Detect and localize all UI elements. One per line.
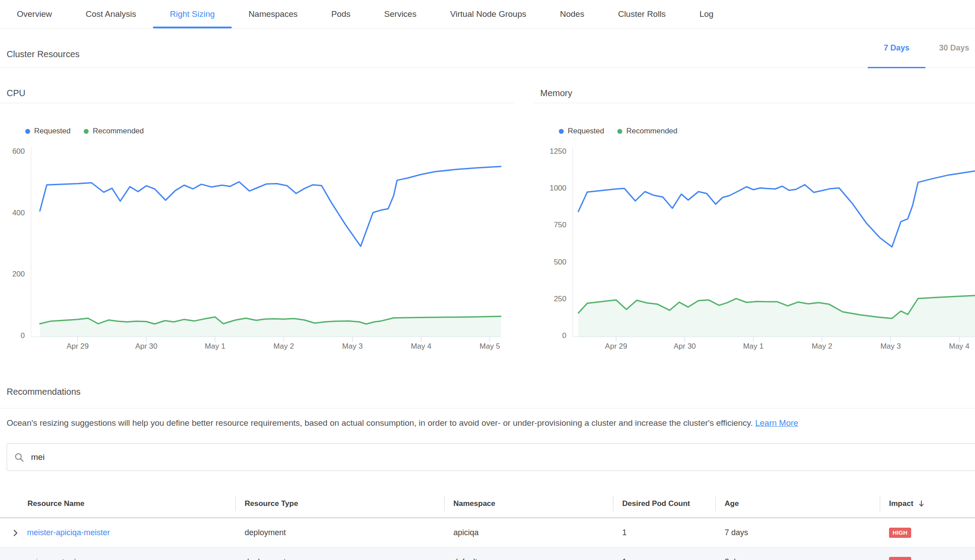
resource-search [7, 443, 975, 471]
svg-text:May 1: May 1 [205, 342, 225, 350]
recommendations-description: Ocean's resizing suggestions will help y… [0, 408, 975, 429]
column-header-impact[interactable]: Impact [880, 490, 975, 517]
svg-text:1000: 1000 [550, 184, 566, 192]
namespace-cell: apiciqa [444, 528, 613, 537]
column-label: Namespace [453, 499, 495, 508]
memory-chart-title: Memory [534, 68, 975, 103]
impact-cell: HIGH [880, 557, 975, 560]
svg-text:200: 200 [12, 270, 25, 278]
svg-text:May 4: May 4 [411, 342, 431, 350]
recommended-dot-icon [84, 129, 89, 134]
legend-recommended[interactable]: Recommended [84, 127, 144, 136]
svg-text:500: 500 [554, 258, 566, 266]
table-header-row: Resource NameResource TypeNamespaceDesir… [0, 490, 975, 518]
tab-cost-analysis[interactable]: Cost Analysis [69, 0, 153, 28]
namespace-cell: default [444, 557, 613, 560]
legend-label: Requested [34, 127, 70, 136]
resource-type-cell: deployment [235, 528, 444, 537]
desired-pod-count-cell: 1 [613, 557, 715, 560]
svg-text:400: 400 [12, 209, 25, 217]
cluster-resources-charts: CPU RequestedRecommended 0200400600Apr 2… [0, 68, 975, 353]
impact-cell: HIGH [880, 528, 975, 538]
svg-text:0: 0 [562, 331, 566, 340]
resource-type-cell: deployment [235, 557, 444, 560]
tab-pods[interactable]: Pods [315, 0, 367, 28]
cpu-chart-panel: CPU RequestedRecommended 0200400600Apr 2… [0, 68, 514, 353]
requested-dot-icon [25, 129, 30, 134]
column-header-age[interactable]: Age [715, 490, 880, 517]
resource-name-cell: meister-apiciqa-meister [0, 528, 235, 538]
period-tab-7-days[interactable]: 7 Days [868, 29, 925, 68]
legend-label: Recommended [93, 127, 144, 136]
cpu-chart: 0200400600Apr 29Apr 30May 1May 2May 3May… [0, 140, 514, 353]
resource-name-link[interactable]: meister-apiciqa-meister [27, 528, 110, 537]
age-cell: 7 days [715, 528, 880, 537]
legend-requested[interactable]: Requested [25, 127, 70, 136]
resource-name-link[interactable]: apiqa-nostradamus [27, 557, 95, 560]
svg-text:Apr 30: Apr 30 [674, 342, 696, 350]
period-toggle: 7 Days30 Days [868, 29, 975, 68]
search-icon [14, 452, 24, 463]
column-label: Desired Pod Count [622, 499, 690, 508]
column-header-resource-type[interactable]: Resource Type [235, 490, 444, 517]
cluster-resources-header: Cluster Resources 7 Days30 Days [0, 29, 975, 68]
table-row[interactable]: meister-apiciqa-meisterdeploymentapiciqa… [0, 518, 975, 548]
desired-pod-count-cell: 1 [613, 528, 715, 537]
sort-descending-icon[interactable] [918, 500, 925, 508]
tab-services[interactable]: Services [367, 0, 433, 28]
tab-right-sizing[interactable]: Right Sizing [153, 0, 231, 28]
tab-nodes[interactable]: Nodes [543, 0, 601, 28]
svg-text:750: 750 [554, 221, 566, 229]
column-header-resource-name[interactable]: Resource Name [0, 490, 235, 517]
svg-text:Apr 29: Apr 29 [605, 342, 627, 350]
age-cell: 2 days [715, 557, 880, 560]
requested-dot-icon [559, 129, 564, 134]
memory-chart-legend: RequestedRecommended [534, 126, 975, 136]
description-text: Ocean's resizing suggestions will help y… [7, 418, 753, 428]
page-title: Cluster Resources [7, 49, 80, 59]
main-tabs: OverviewCost AnalysisRight SizingNamespa… [0, 0, 975, 29]
column-label: Age [725, 499, 739, 508]
search-input[interactable] [30, 452, 972, 463]
recommended-dot-icon [617, 129, 622, 134]
svg-text:600: 600 [12, 147, 25, 156]
legend-label: Recommended [626, 127, 677, 136]
cpu-chart-legend: RequestedRecommended [0, 126, 514, 136]
tab-overview[interactable]: Overview [0, 0, 69, 28]
table-row[interactable]: apiqa-nostradamusdeploymentdefault12 day… [0, 548, 975, 560]
cpu-chart-title: CPU [0, 68, 514, 103]
tab-log[interactable]: Log [682, 0, 730, 28]
tab-namespaces[interactable]: Namespaces [232, 0, 315, 28]
chevron-right-icon[interactable] [11, 528, 20, 538]
svg-text:May 3: May 3 [342, 342, 363, 350]
legend-recommended[interactable]: Recommended [617, 127, 677, 136]
column-label: Impact [889, 499, 913, 508]
impact-badge: HIGH [889, 528, 911, 538]
svg-text:0: 0 [21, 331, 25, 340]
tab-virtual-node-groups[interactable]: Virtual Node Groups [433, 0, 543, 28]
column-header-namespace[interactable]: Namespace [444, 490, 613, 517]
impact-badge: HIGH [889, 557, 911, 560]
legend-label: Requested [568, 127, 604, 136]
column-label: Resource Type [245, 499, 298, 508]
tab-cluster-rolls[interactable]: Cluster Rolls [601, 0, 682, 28]
period-tab-30-days[interactable]: 30 Days [925, 29, 975, 68]
svg-text:Apr 30: Apr 30 [135, 342, 157, 350]
memory-chart: 025050075010001250Apr 29Apr 30May 1May 2… [534, 140, 975, 353]
svg-text:May 2: May 2 [273, 342, 294, 350]
svg-text:Apr 29: Apr 29 [66, 342, 89, 350]
svg-text:May 4: May 4 [949, 342, 969, 350]
svg-text:1250: 1250 [550, 147, 566, 156]
learn-more-link[interactable]: Learn More [755, 418, 798, 428]
recommendations-title: Recommendations [0, 387, 975, 408]
recommendations-table: Resource NameResource TypeNamespaceDesir… [0, 490, 975, 560]
svg-text:May 2: May 2 [812, 342, 832, 350]
column-header-desired-pod-count[interactable]: Desired Pod Count [613, 490, 715, 517]
chevron-down-icon[interactable] [11, 557, 20, 560]
svg-text:May 1: May 1 [743, 342, 764, 350]
resource-name-cell: apiqa-nostradamus [0, 557, 235, 560]
memory-chart-panel: Memory RequestedRecommended 025050075010… [534, 68, 975, 353]
svg-text:May 3: May 3 [880, 342, 901, 350]
column-label: Resource Name [27, 499, 85, 508]
legend-requested[interactable]: Requested [559, 127, 604, 136]
